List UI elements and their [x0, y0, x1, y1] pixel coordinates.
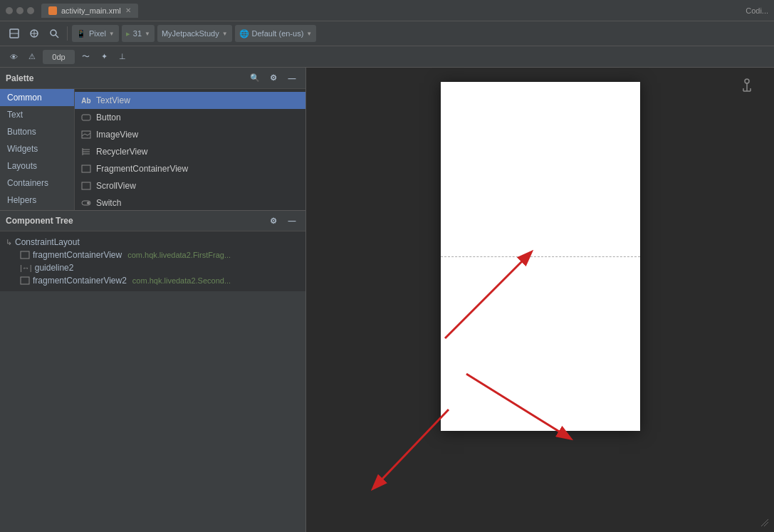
resize-handle[interactable] [758, 516, 768, 528]
tree-sublabel-fragmentcontainerview1: com.hqk.livedata2.FirstFrag... [127, 251, 231, 259]
imageview-icon [80, 129, 92, 140]
device-frame [441, 82, 640, 431]
tree-minimize-button[interactable]: — [284, 213, 300, 229]
palette-categories: Common Text Buttons Widgets Layouts Cont… [0, 89, 75, 210]
device-frame-wrapper [441, 82, 640, 431]
palette-category-layouts[interactable]: Layouts [0, 157, 74, 174]
svg-rect-16 [82, 165, 90, 172]
blueprint-mode-button[interactable] [26, 25, 43, 42]
palette-item-imageview[interactable]: ImageView [75, 126, 305, 143]
palette-item-switch-label: Switch [96, 198, 121, 208]
window-controls [6, 7, 34, 14]
tree-arrow-icon: ↳ [6, 238, 12, 247]
tree-item-constraintlayout[interactable]: ↳ ConstraintLayout [6, 236, 300, 249]
palette-minimize-button[interactable]: — [284, 71, 300, 86]
palette-item-button-label: Button [96, 113, 121, 122]
api-dropdown-arrow: ▼ [145, 31, 150, 37]
project-selector[interactable]: MyJetpackStudy ▼ [157, 25, 232, 42]
palette-item-scrollview[interactable]: ScrollView [75, 177, 305, 194]
locale-label: Default (en-us) [252, 29, 304, 38]
pixel-dropdown-arrow: ▼ [109, 31, 115, 37]
palette-item-recyclerview[interactable]: RecyclerView [75, 143, 305, 160]
palette-search-button[interactable]: 🔍 [247, 71, 263, 86]
component-tree-title: Component Tree [6, 216, 73, 226]
palette-item-switch[interactable]: Switch [75, 194, 305, 210]
api-label: 31 [133, 29, 142, 38]
svg-line-6 [56, 35, 58, 38]
palette-category-buttons[interactable]: Buttons [0, 123, 74, 140]
pixel-selector[interactable]: 📱 Pixel ▼ [72, 25, 119, 42]
tree-label-guideline2: guideline2 [35, 263, 74, 273]
svg-line-10 [85, 134, 88, 135]
title-dot [6, 7, 13, 14]
svg-rect-7 [82, 115, 90, 120]
main-layout: Palette 🔍 ⚙ — Common Text Buttons Widget… [0, 68, 774, 532]
tab-label: activity_main.xml [61, 6, 121, 15]
anchor-icon [741, 78, 753, 95]
palette-item-fragmentcontainerview[interactable]: FragmentContainerView [75, 160, 305, 177]
palette-item-textview[interactable]: Ab TextView [75, 92, 305, 109]
palette-items: Ab TextView Button ImageView [75, 89, 305, 210]
palette-item-button[interactable]: Button [75, 109, 305, 126]
tree-label-fragmentcontainerview1: fragmentContainerView [33, 250, 122, 260]
tree-item-fragmentcontainerview2[interactable]: fragmentContainerView2 com.hqk.livedata2… [6, 274, 300, 287]
title-bar-right-label: Codi... [746, 6, 768, 15]
eye-button[interactable]: 👁 [6, 49, 21, 65]
api-icon: ▸ [126, 29, 130, 38]
dp-input[interactable] [43, 50, 75, 64]
locale-selector[interactable]: 🌐 Default (en-us) ▼ [235, 25, 317, 42]
palette-header-icons: 🔍 ⚙ — [247, 71, 300, 86]
palette-category-widgets[interactable]: Widgets [0, 140, 74, 157]
tree-settings-button[interactable]: ⚙ [266, 213, 281, 229]
magic-button[interactable]: ✦ [96, 49, 112, 65]
pixel-label: Pixel [89, 29, 106, 38]
palette-header: Palette 🔍 ⚙ — [0, 68, 305, 89]
palette-category-containers[interactable]: Containers [0, 174, 74, 192]
svg-point-19 [87, 202, 90, 204]
fragmentcontainerview-icon [80, 163, 92, 174]
button-icon [80, 112, 92, 123]
svg-line-30 [374, 410, 449, 488]
svg-line-11 [88, 133, 90, 135]
textview-icon: Ab [80, 95, 92, 106]
title-bar: activity_main.xml ✕ Codi... [0, 0, 774, 21]
component-tree-section: Component Tree ⚙ — ↳ ConstraintLayout fr… [0, 210, 305, 324]
svg-rect-17 [82, 182, 90, 189]
palette-category-text[interactable]: Text [0, 106, 74, 123]
container-icon [20, 251, 30, 259]
path-button[interactable]: 〜 [78, 49, 93, 65]
zoom-button[interactable] [46, 25, 63, 42]
palette-settings-button[interactable]: ⚙ [266, 71, 281, 86]
svg-point-5 [51, 30, 56, 36]
tree-label-fragmentcontainerview2: fragmentContainerView2 [33, 276, 127, 286]
palette-item-imageview-label: ImageView [96, 130, 138, 140]
tree-item-guideline2[interactable]: |↔| guideline2 [6, 261, 300, 274]
container-icon [20, 276, 30, 285]
sub-toolbar: 👁 ⚠ 〜 ✦ ⊥ [0, 46, 774, 68]
globe-icon: 🌐 [239, 29, 249, 38]
title-dot [16, 7, 23, 14]
warning-button[interactable]: ⚠ [24, 49, 40, 65]
canvas-area[interactable] [306, 68, 774, 532]
align-button[interactable]: ⊥ [115, 49, 130, 65]
locale-dropdown-arrow: ▼ [306, 31, 312, 37]
file-tab[interactable]: activity_main.xml ✕ [41, 4, 138, 18]
palette-category-helpers[interactable]: Helpers [0, 192, 74, 209]
recyclerview-icon [80, 146, 92, 157]
api-selector[interactable]: ▸ 31 ▼ [122, 25, 155, 42]
switch-icon [80, 197, 92, 209]
left-panel: Palette 🔍 ⚙ — Common Text Buttons Widget… [0, 68, 306, 532]
palette-category-common[interactable]: Common [0, 89, 74, 106]
scrollview-icon [80, 180, 92, 192]
tree-item-fragmentcontainerview1[interactable]: fragmentContainerView com.hqk.livedata2.… [6, 249, 300, 261]
toolbar-separator [67, 26, 68, 41]
palette-section: Palette 🔍 ⚙ — Common Text Buttons Widget… [0, 68, 305, 210]
file-tab-icon [48, 6, 57, 15]
palette-item-recyclerview-label: RecyclerView [96, 147, 147, 157]
svg-rect-20 [21, 251, 29, 259]
component-tree-body: ↳ ConstraintLayout fragmentContainerView… [0, 231, 305, 291]
design-mode-button[interactable] [6, 25, 23, 42]
component-tree-header: Component Tree ⚙ — [0, 210, 305, 231]
project-dropdown-arrow: ▼ [222, 31, 228, 37]
tab-close-button[interactable]: ✕ [125, 6, 131, 14]
